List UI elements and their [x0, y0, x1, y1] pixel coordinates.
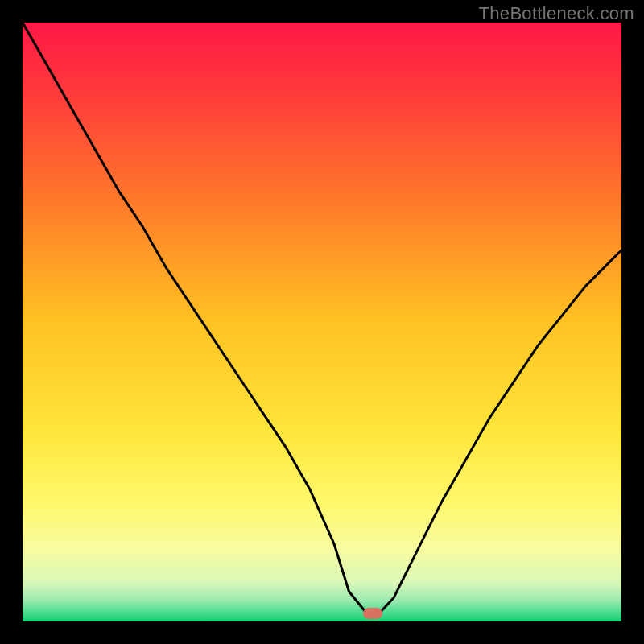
- plot-area: [23, 23, 621, 621]
- chart-frame: TheBottleneck.com: [0, 0, 644, 644]
- gradient-background: [23, 23, 621, 621]
- watermark-text: TheBottleneck.com: [479, 3, 634, 24]
- chart-svg: [23, 23, 621, 621]
- optimal-point-marker: [363, 608, 382, 619]
